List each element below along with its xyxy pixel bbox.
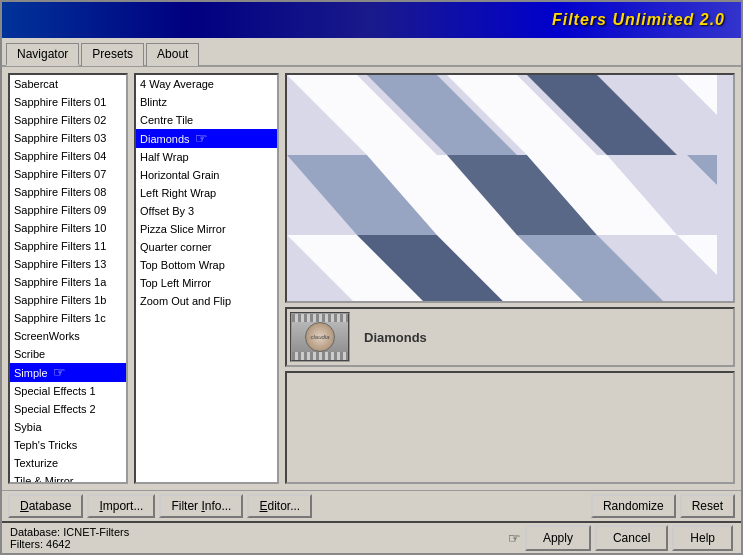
filter-pointer-icon: ☞: [195, 130, 208, 146]
apply-pointer-icon: ☞: [508, 530, 521, 546]
tab-about[interactable]: About: [146, 43, 199, 66]
database-status: Database: ICNET-Filters: [10, 526, 506, 538]
claudia-logo: claudia: [305, 322, 335, 352]
db-value: ICNET-Filters: [63, 526, 129, 538]
navigator-list[interactable]: Sabercat Sapphire Filters 01 Sapphire Fi…: [8, 73, 128, 484]
nav-item-sf04[interactable]: Sapphire Filters 04: [10, 147, 126, 165]
nav-item-sf11[interactable]: Sapphire Filters 11: [10, 237, 126, 255]
cancel-button[interactable]: Cancel: [595, 525, 668, 551]
nav-item-sabercat[interactable]: Sabercat: [10, 75, 126, 93]
preview-canvas: [285, 73, 735, 303]
filter-blintz[interactable]: Blintz: [136, 93, 277, 111]
right-panel: claudia Diamonds: [285, 73, 735, 484]
help-label: Help: [690, 531, 715, 545]
filters-label: Filters:: [10, 538, 46, 550]
filter-lrwrap[interactable]: Left Right Wrap: [136, 184, 277, 202]
tab-presets-label: Presets: [92, 47, 133, 61]
apply-label: Apply: [543, 531, 573, 545]
nav-item-screenworks[interactable]: ScreenWorks: [10, 327, 126, 345]
filter-topleft[interactable]: Top Left Mirror: [136, 274, 277, 292]
database-label: atabase: [29, 499, 72, 513]
randomize-label: Randomize: [603, 499, 664, 513]
pointer-icon: ☞: [53, 364, 66, 380]
status-info: Database: ICNET-Filters Filters: 4642: [10, 526, 506, 550]
nav-item-sf03[interactable]: Sapphire Filters 03: [10, 129, 126, 147]
reset-label: Reset: [692, 499, 723, 513]
nav-item-texturize[interactable]: Texturize: [10, 454, 126, 472]
filters-status: Filters: 4642: [10, 538, 506, 550]
thumb-stripes2: [292, 352, 348, 360]
status-bar: Database: ICNET-Filters Filters: 4642 ☞ …: [2, 521, 741, 553]
thumb-stripes: [292, 314, 348, 322]
cancel-label: Cancel: [613, 531, 650, 545]
nav-item-sf07[interactable]: Sapphire Filters 07: [10, 165, 126, 183]
import-button[interactable]: Import...: [87, 494, 155, 518]
nav-item-tilemirror[interactable]: Tile & Mirror: [10, 472, 126, 484]
nav-item-sf13[interactable]: Sapphire Filters 13: [10, 255, 126, 273]
preview-empty-area: [285, 371, 735, 484]
main-window: Filters Unlimited 2.0 Navigator Presets …: [0, 0, 743, 555]
tab-bar: Navigator Presets About: [2, 38, 741, 67]
apply-button[interactable]: Apply: [525, 525, 591, 551]
database-button[interactable]: Database: [8, 494, 83, 518]
preview-filter-name: Diamonds: [356, 330, 427, 345]
filter-4wayavg[interactable]: 4 Way Average: [136, 75, 277, 93]
action-buttons: ☞ Apply Cancel Help: [506, 525, 733, 551]
thumbnail-preview: claudia: [290, 312, 350, 362]
editor-label: ditor...: [267, 499, 300, 513]
preview-thumb-row: claudia Diamonds: [285, 307, 735, 367]
reset-button[interactable]: Reset: [680, 494, 735, 518]
filter-hgrain[interactable]: Horizontal Grain: [136, 166, 277, 184]
nav-item-tephs[interactable]: Teph's Tricks: [10, 436, 126, 454]
filter-diamonds[interactable]: Diamonds ☞: [136, 129, 277, 148]
filter-info-label: Filter: [171, 499, 201, 513]
nav-item-sf01[interactable]: Sapphire Filters 01: [10, 93, 126, 111]
main-content: Sabercat Sapphire Filters 01 Sapphire Fi…: [2, 67, 741, 490]
nav-item-sf1a[interactable]: Sapphire Filters 1a: [10, 273, 126, 291]
tab-navigator-label: Navigator: [17, 47, 68, 61]
filter-info-label2: nfo...: [205, 499, 232, 513]
filter-topbottom[interactable]: Top Bottom Wrap: [136, 256, 277, 274]
tab-about-label: About: [157, 47, 188, 61]
db-label: Database:: [10, 526, 63, 538]
nav-item-se1[interactable]: Special Effects 1: [10, 382, 126, 400]
filter-centretile[interactable]: Centre Tile: [136, 111, 277, 129]
filter-offset3[interactable]: Offset By 3: [136, 202, 277, 220]
nav-item-sybia[interactable]: Sybia: [10, 418, 126, 436]
database-underline: D: [20, 499, 29, 513]
bottom-toolbar: Database Import... Filter Info... Editor…: [2, 490, 741, 521]
filter-halfwrap[interactable]: Half Wrap: [136, 148, 277, 166]
tab-presets[interactable]: Presets: [81, 43, 144, 66]
import-label: mport...: [103, 499, 144, 513]
help-button[interactable]: Help: [672, 525, 733, 551]
title-bar: Filters Unlimited 2.0: [2, 2, 741, 38]
nav-item-sf10[interactable]: Sapphire Filters 10: [10, 219, 126, 237]
nav-item-se2[interactable]: Special Effects 2: [10, 400, 126, 418]
nav-item-scribe[interactable]: Scribe: [10, 345, 126, 363]
tab-navigator[interactable]: Navigator: [6, 43, 79, 66]
filter-quartercorner[interactable]: Quarter corner: [136, 238, 277, 256]
filter-pizzaslice[interactable]: Pizza Slice Mirror: [136, 220, 277, 238]
nav-item-sf1b[interactable]: Sapphire Filters 1b: [10, 291, 126, 309]
filter-list[interactable]: 4 Way Average Blintz Centre Tile Diamond…: [134, 73, 279, 484]
nav-item-sf08[interactable]: Sapphire Filters 08: [10, 183, 126, 201]
app-title: Filters Unlimited 2.0: [552, 11, 725, 29]
filters-count: 4642: [46, 538, 70, 550]
filter-zoomout[interactable]: Zoom Out and Flip: [136, 292, 277, 310]
nav-item-simple[interactable]: Simple ☞: [10, 363, 126, 382]
nav-item-sf1c[interactable]: Sapphire Filters 1c: [10, 309, 126, 327]
nav-item-sf02[interactable]: Sapphire Filters 02: [10, 111, 126, 129]
randomize-button[interactable]: Randomize: [591, 494, 676, 518]
nav-item-sf09[interactable]: Sapphire Filters 09: [10, 201, 126, 219]
editor-button[interactable]: Editor...: [247, 494, 312, 518]
filter-info-button[interactable]: Filter Info...: [159, 494, 243, 518]
